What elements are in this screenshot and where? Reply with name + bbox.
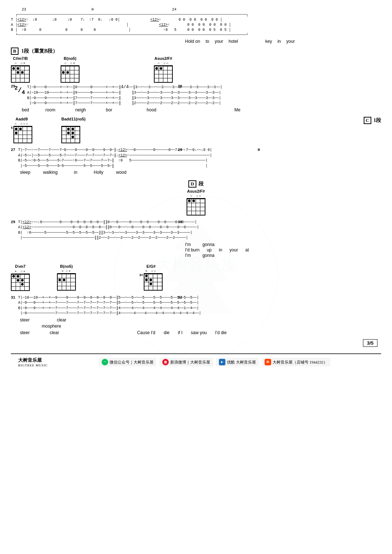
grid-cell — [155, 66, 159, 70]
grid-cell — [14, 131, 19, 135]
grid-cell — [14, 135, 19, 139]
section-c-title: 1段 — [373, 117, 381, 124]
grid-cell — [23, 127, 27, 131]
grid-cell — [58, 278, 62, 282]
grid-cell — [66, 131, 71, 135]
lyric-word: neigh — [75, 107, 86, 113]
weibo-label: 新浪微博｜大树音乐屋 — [170, 360, 210, 365]
grid-cell — [144, 282, 149, 286]
wechat-svg — [103, 360, 107, 364]
grid-cell — [19, 135, 23, 139]
grid-cell — [66, 78, 70, 82]
grid-cell — [71, 278, 75, 282]
grid-cell — [27, 127, 32, 131]
grid-cell — [25, 279, 29, 282]
grid-cell — [66, 66, 70, 70]
fret-markers: ○ ○○○ — [11, 122, 32, 126]
grid-cell — [159, 66, 163, 70]
lyric-word: wood — [116, 169, 127, 176]
grid-cell — [25, 78, 29, 82]
chord-name: D♭m7 — [11, 264, 30, 269]
grid-cell — [16, 283, 20, 286]
content: 23 H 24 ┌───────────────────────────────… — [11, 7, 381, 370]
lyrics-b: bed room neigh bor hood Me — [22, 107, 381, 113]
grid-cell — [25, 283, 29, 286]
grid-cell — [192, 199, 196, 203]
lyric-word: sleep — [20, 169, 30, 176]
lyrics-d2-line2: mosphere — [20, 323, 381, 329]
grid-cell — [149, 282, 153, 286]
fret-markers: × ○○ — [139, 269, 163, 273]
grid-cell — [192, 203, 196, 207]
chord-name: Badd11(no5) — [61, 117, 86, 121]
grid-cell — [27, 131, 32, 135]
measure-26-label: 26 — [178, 84, 182, 90]
grid-cell — [58, 286, 62, 290]
chord-grid — [154, 65, 173, 83]
lyric-word: clear — [50, 330, 59, 336]
grid-cell — [144, 286, 149, 290]
grid-cell — [20, 66, 25, 70]
footer-logo: 大树音乐屋 BIGTREE MUSIC — [18, 357, 48, 367]
grid-cell — [58, 274, 62, 278]
lyric-word: clear — [57, 317, 66, 323]
grid-cell — [12, 78, 16, 82]
measure-28-label: 28 — [178, 148, 182, 153]
grid-cell — [62, 139, 66, 143]
grid-cell — [74, 70, 79, 74]
staff-23-24: 23 H 24 ┌───────────────────────────────… — [11, 7, 381, 38]
lyric-word: I'm — [185, 253, 191, 259]
page-container: 大树音乐屋 BIGTREEMU 23 H 24 ┌───────────────… — [0, 0, 392, 554]
lyric-word: Holly — [94, 169, 103, 176]
grid-cell — [61, 70, 66, 74]
chord-grid — [11, 274, 30, 291]
chord-grid — [13, 126, 32, 143]
lyric-word: room — [45, 107, 55, 113]
lyric-word: your — [215, 39, 223, 44]
lyric-word: in — [74, 169, 77, 176]
grid-cell — [163, 78, 168, 82]
lyric-word: bor — [106, 107, 112, 113]
grid-cell — [149, 274, 153, 278]
measure-27-label: 27 — [11, 148, 15, 153]
grid-cell — [23, 131, 27, 135]
section-d2-area: D♭m7 × ○× — [11, 264, 381, 336]
youku-icon: ▶ — [219, 359, 225, 365]
grid-cell — [12, 66, 16, 70]
staff-25-26: 25 26 2/4 T|─0────0──────×──×──║0──────0… — [11, 84, 381, 113]
grid-cell — [70, 66, 74, 70]
grid-cell — [25, 66, 29, 70]
grid-cell — [12, 287, 16, 290]
section-d-title: 段 — [199, 181, 204, 187]
grid-cell — [71, 135, 75, 139]
grid-cell — [168, 70, 172, 74]
section-b-box: B — [11, 48, 19, 55]
grid-cell — [74, 74, 79, 78]
grid-cell — [14, 127, 19, 131]
chord-name: Asus2/F# — [154, 56, 173, 61]
chord-name: B(no5) — [61, 56, 79, 61]
fret-markers: ○ ○○ — [187, 194, 205, 198]
chord-badd11-no5: Badd11(no5) — [61, 117, 86, 143]
lyric-word: gonna — [203, 253, 215, 259]
lyric-word: mosphere — [42, 323, 61, 329]
grid-cell — [19, 127, 23, 131]
grid-cell — [196, 203, 200, 207]
lyric-word: Cause I'd — [137, 330, 155, 336]
chord-b-no5: B(no5) ○ ○× — [61, 56, 79, 83]
youku-label: 优酷 大树音乐屋 — [227, 360, 256, 365]
grid-cell — [200, 203, 205, 207]
grid-cell — [75, 131, 79, 135]
grid-cell — [168, 78, 172, 82]
lyric-word: steer — [20, 330, 30, 336]
grid-cell — [196, 199, 200, 203]
lyrics-d2-line3: steer clear Cause I'd die if I saw you I… — [20, 330, 381, 336]
grid-cell — [23, 139, 27, 143]
grid-cell — [66, 127, 71, 131]
grid-cell — [75, 135, 79, 139]
grid-cell — [62, 135, 66, 139]
chord-csharp-m7-b: C#m7/B ○ ○× — [11, 56, 30, 83]
grid-cell — [200, 211, 205, 215]
grid-cell — [66, 278, 71, 282]
grid-cell — [25, 275, 29, 278]
